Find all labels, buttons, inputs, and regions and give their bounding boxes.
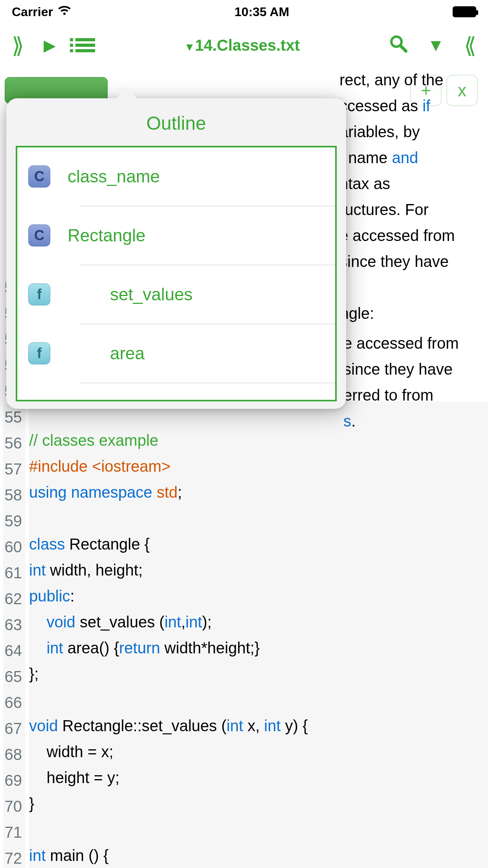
file-title[interactable]: ▼14.Classes.txt [184,37,300,54]
text: }; [29,665,39,682]
text: namespace [67,484,157,501]
text: int [165,613,181,631]
line-number: 59 [3,508,25,534]
line-number: 58 [3,482,25,508]
outline-icon[interactable] [75,38,95,52]
line-number: 57 [3,456,25,482]
text: Rectangle::set_values ( [58,717,226,734]
text: width, height; [46,561,143,579]
line-number: 65 [3,664,25,690]
class-icon: C [28,224,50,246]
text: area() { [63,639,119,657]
text: int [29,561,46,579]
text: int [227,717,243,734]
text: width = x; [29,743,114,760]
comment: // classes example [29,432,158,449]
text: t name [339,149,392,166]
text: int [46,639,63,657]
text: , [181,613,185,631]
line-number: 69 [3,767,25,793]
text: rect, any of the [339,71,444,88]
text: : [70,587,75,605]
outline-item-area[interactable]: f area [17,324,335,383]
partial-text: e accessed from since they have erred to… [343,330,459,434]
text: public [29,587,70,605]
text: if [422,97,430,114]
line-number: 62 [3,586,25,612]
text: ); [202,613,211,631]
line-number: 68 [3,741,25,767]
text: height = y; [29,769,119,786]
outline-title: Outline [6,98,346,146]
outline-list[interactable]: C class_name C Rectangle f set_values f … [16,146,337,401]
text: e accessed from [339,227,455,244]
menu-right-icon[interactable]: ⟪ [464,33,476,58]
text: } [29,795,34,812]
text: #include [29,458,92,475]
outline-item-class-name[interactable]: C class_name [17,147,335,206]
class-icon: C [28,166,50,188]
text: class [29,535,65,553]
text: ructures. For [339,201,429,218]
wifi-icon [58,6,71,18]
text: since they have [339,253,449,270]
line-number: 56 [3,430,25,456]
clock-label: 10:35 AM [235,5,289,19]
text: y) { [281,717,308,734]
text: width*height;} [160,639,260,657]
text: Rectangle { [65,535,150,553]
toolbar: ⟫ ▶ ▼14.Classes.txt ▼ ⟪ [0,24,488,67]
battery-icon [453,6,476,17]
line-number: 64 [3,638,25,664]
carrier-label: Carrier [12,5,53,19]
text [29,613,46,631]
status-bar: Carrier 10:35 AM [0,0,488,24]
line-number: 66 [3,690,25,715]
text: <iostream> [92,458,171,475]
text: ariables, by [339,123,420,140]
run-icon[interactable]: ▶ [44,36,56,54]
text: void [29,717,58,734]
text: int [29,847,46,864]
text: int [185,613,202,631]
text: return [119,639,160,657]
outline-label: class_name [68,167,160,186]
outline-label: area [110,344,145,363]
text: void [46,613,75,631]
dropdown-icon[interactable]: ▼ [427,35,444,55]
line-number: 61 [3,560,25,586]
line-number: 67 [3,715,25,741]
outline-item-rectangle[interactable]: C Rectangle [17,206,335,265]
line-number: 70 [3,793,25,819]
outline-item-set-values[interactable]: f set_values [17,265,335,324]
line-number: 71 [3,819,25,845]
text: main () { [46,847,108,864]
text: using [29,484,67,501]
text: x, [243,717,264,734]
outline-popover: Outline C class_name C Rectangle f set_v… [6,98,346,409]
text: int [264,717,281,734]
line-number: 60 [3,534,25,560]
outline-label: Rectangle [68,226,145,245]
text: set_values ( [75,613,165,631]
text [29,639,46,657]
function-icon: f [28,342,50,364]
outline-label: set_values [110,285,193,304]
text: ntax as [339,175,390,192]
menu-left-icon[interactable]: ⟫ [12,33,24,58]
search-icon[interactable] [389,34,407,57]
text: ; [178,484,182,501]
text: and [392,149,418,166]
text: ccessed as [339,97,422,114]
svg-line-1 [400,46,406,51]
line-number: 72 [3,845,25,868]
function-icon: f [28,283,50,305]
line-number: 63 [3,612,25,638]
text: std [157,484,178,501]
